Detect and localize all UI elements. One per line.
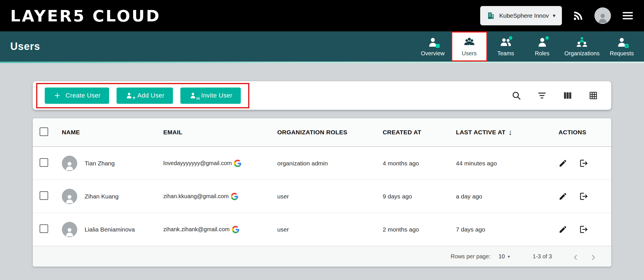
invite-user-label: Invite User — [201, 92, 233, 99]
rows-per-page-select[interactable]: 10 ▾ — [498, 253, 510, 260]
tab-roles[interactable]: Roles — [524, 31, 561, 62]
cell-organization-roles: user — [277, 193, 383, 200]
column-header-label: NAME — [62, 129, 80, 136]
select-all-checkbox[interactable] — [40, 127, 48, 136]
user-email: zihank.zihank@gmail.com — [163, 226, 230, 233]
remove-user-button[interactable] — [579, 192, 589, 201]
column-header-last-active-at[interactable]: LAST ACTIVE AT ↓ — [456, 128, 559, 137]
edit-user-button[interactable] — [559, 192, 567, 201]
caret-down-icon: ▾ — [553, 13, 555, 19]
user-avatar-icon — [62, 189, 77, 204]
logout-icon — [579, 192, 589, 201]
invite-user-button[interactable]: ✉ Invite User — [180, 88, 241, 104]
users-table: NAME EMAIL ORGANIZATION ROLES CREATED AT… — [33, 118, 611, 267]
section-navbar: Users Overview Users Teams — [0, 31, 644, 62]
pencil-icon — [559, 225, 567, 234]
tab-overview[interactable]: Overview — [415, 31, 451, 62]
user-avatar-icon — [62, 156, 77, 171]
pencil-icon — [559, 192, 567, 201]
hamburger-menu-button[interactable] — [622, 10, 634, 22]
cell-last-active-at: 7 days ago — [456, 226, 559, 233]
table-row[interactable]: Tian Zhang lovedayyyyyyy@gmail.com organ… — [33, 147, 611, 180]
tab-label: Overview — [421, 50, 445, 57]
tab-label: Users — [462, 50, 476, 57]
logout-icon — [579, 225, 589, 234]
create-user-button[interactable]: Create User — [45, 88, 109, 104]
app-root: LAYER5 CLOUD KubeSphere Innov ▾ — [0, 0, 644, 267]
row-checkbox[interactable] — [40, 158, 48, 167]
edit-user-button[interactable] — [559, 225, 567, 234]
edit-user-button[interactable] — [559, 159, 567, 168]
grid-view-button[interactable] — [588, 91, 598, 100]
user-name: Tian Zhang — [85, 160, 115, 167]
google-icon — [231, 193, 238, 200]
column-header-email[interactable]: EMAIL — [163, 129, 277, 136]
hamburger-menu-icon — [622, 10, 634, 22]
rss-feed-button[interactable] — [573, 10, 584, 21]
tab-label: Organizations — [564, 50, 600, 57]
user-email: zihan.kkuang@gmail.com — [163, 193, 229, 200]
rss-icon — [573, 10, 584, 21]
remove-user-button[interactable] — [579, 225, 589, 234]
column-view-button[interactable] — [563, 91, 572, 100]
grid-view-icon — [588, 91, 598, 100]
org-selector[interactable]: KubeSphere Innov ▾ — [480, 6, 562, 25]
cell-actions — [559, 159, 611, 168]
table-row[interactable]: Lialia Beniaminova zihank.zihank@gmail.c… — [33, 213, 611, 246]
user-avatar-icon — [594, 7, 611, 24]
add-user-label: Add User — [137, 92, 164, 99]
cell-email: zihank.zihank@gmail.com — [163, 226, 277, 233]
column-header-organization-roles[interactable]: ORGANIZATION ROLES — [277, 129, 383, 136]
logo-text-cloud: CLOUD — [93, 7, 161, 25]
column-header-label: CREATED AT — [383, 129, 421, 136]
add-user-button[interactable]: + Add User — [117, 88, 173, 104]
layer5-cloud-logo[interactable]: LAYER5 CLOUD — [10, 7, 161, 25]
tab-label: Teams — [497, 50, 514, 57]
plus-icon — [53, 92, 61, 100]
row-checkbox-cell — [40, 224, 62, 234]
filter-button[interactable] — [537, 91, 547, 100]
column-header-name[interactable]: NAME — [62, 129, 163, 136]
users-toolbar: Create User + Add User ✉ Invite User — [33, 81, 611, 110]
tab-users[interactable]: Users — [451, 31, 488, 62]
cell-actions — [559, 192, 611, 201]
row-checkbox-cell — [40, 191, 62, 201]
user-name: Lialia Beniaminova — [85, 226, 135, 233]
google-icon — [234, 160, 241, 167]
tab-label: Roles — [535, 50, 549, 57]
building-icon — [487, 11, 495, 20]
column-header-created-at[interactable]: CREATED AT — [383, 129, 456, 136]
table-header-row: NAME EMAIL ORGANIZATION ROLES CREATED AT… — [33, 118, 611, 147]
previous-page-button[interactable]: ‹ — [574, 251, 578, 263]
tab-requests[interactable]: ✓ Requests — [604, 31, 640, 62]
row-checkbox-cell — [40, 158, 62, 168]
table-row[interactable]: Zihan Kuang zihan.kkuang@gmail.com user … — [33, 180, 611, 213]
user-name: Zihan Kuang — [85, 193, 119, 200]
header-checkbox-cell — [40, 127, 62, 137]
cell-name: Zihan Kuang — [62, 189, 163, 204]
google-icon — [232, 226, 239, 233]
org-selector-value: KubeSphere Innov — [499, 12, 549, 19]
tab-organizations[interactable]: Organizations — [561, 31, 604, 62]
user-actions-highlight-box: Create User + Add User ✉ Invite User — [36, 83, 249, 108]
next-page-button[interactable]: › — [591, 251, 595, 263]
cell-name: Tian Zhang — [62, 156, 163, 171]
remove-user-button[interactable] — [579, 159, 589, 168]
column-header-label: LAST ACTIVE AT — [456, 129, 506, 136]
cell-email: zihan.kkuang@gmail.com — [163, 193, 277, 200]
cell-actions — [559, 225, 611, 234]
org-hierarchy-icon — [576, 36, 588, 48]
nav-accent-underline — [0, 62, 644, 63]
cell-last-active-at: a day ago — [456, 193, 559, 200]
search-button[interactable] — [511, 91, 521, 100]
table-footer: Rows per page: 10 ▾ 1-3 of 3 ‹ › — [33, 246, 611, 267]
cell-last-active-at: 44 minutes ago — [456, 160, 559, 167]
row-checkbox[interactable] — [40, 224, 48, 233]
user-avatar-button[interactable] — [594, 7, 611, 24]
person-plus-icon: + — [125, 92, 133, 100]
row-checkbox[interactable] — [40, 191, 48, 200]
person-check-icon: ✓ — [616, 36, 628, 48]
people-group-icon — [463, 36, 475, 48]
cell-created-at: 4 months ago — [383, 160, 456, 167]
tab-teams[interactable]: Teams — [488, 31, 524, 62]
